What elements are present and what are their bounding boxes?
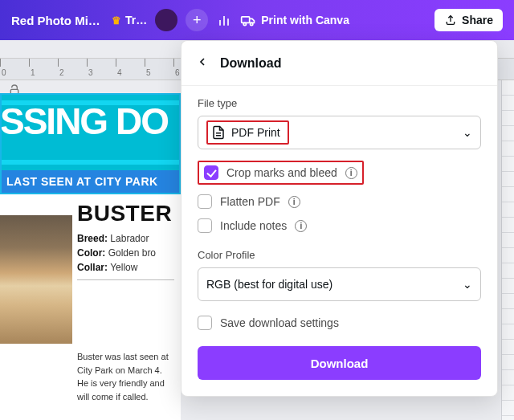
try-pro-label: Tr… — [125, 14, 147, 27]
poster-heading-section: SSING DO — [2, 95, 179, 170]
info-icon[interactable]: i — [295, 220, 307, 232]
include-notes-label: Include notes — [220, 219, 287, 232]
selected-file-type-highlight: PDF Print — [206, 120, 289, 145]
ruler-tick: 4 — [117, 68, 122, 77]
save-settings-checkbox[interactable] — [198, 316, 212, 330]
color-profile-label: Color Profile — [198, 249, 481, 261]
info-icon[interactable]: i — [345, 167, 357, 179]
truck-icon — [240, 12, 256, 28]
download-button[interactable]: Download — [198, 346, 481, 380]
flatten-pdf-checkbox[interactable] — [198, 194, 212, 209]
flatten-pdf-label: Flatten PDF — [220, 195, 280, 208]
file-type-value: PDF Print — [231, 126, 280, 139]
ruler-tick: 3 — [88, 68, 93, 77]
include-notes-option[interactable]: Include notes i — [198, 214, 481, 238]
share-button[interactable]: Share — [434, 9, 503, 31]
svg-point-4 — [243, 22, 246, 25]
add-collaborator-button[interactable]: + — [186, 9, 208, 31]
poster-photo — [0, 215, 72, 344]
info-icon[interactable]: i — [288, 196, 300, 208]
svg-point-5 — [251, 22, 253, 25]
pdf-file-icon — [211, 125, 226, 140]
ruler-tick: 5 — [146, 68, 151, 77]
top-app-bar: Red Photo Mis… ♛ Tr… + Print with Canva … — [0, 0, 514, 40]
document-title[interactable]: Red Photo Mis… — [11, 14, 104, 27]
save-download-settings-option[interactable]: Save download settings — [198, 311, 481, 335]
try-pro-button[interactable]: ♛ Tr… — [112, 14, 147, 27]
ruler-tick: 2 — [59, 68, 64, 77]
crop-marks-option[interactable]: Crop marks and bleed i — [198, 161, 364, 185]
avatar[interactable] — [155, 9, 177, 31]
download-popover: Download File type PDF Print ⌄ Crop mark… — [181, 40, 498, 397]
chevron-down-icon: ⌄ — [463, 278, 472, 291]
save-settings-label: Save download settings — [220, 316, 339, 329]
bar-chart-icon — [216, 12, 232, 28]
color-profile-value: RGB (best for digital use) — [206, 278, 332, 291]
chevron-left-icon — [196, 55, 209, 68]
poster-details: Breed: Labrador Color: Golden bro Collar… — [77, 231, 174, 275]
back-button[interactable] — [196, 54, 209, 72]
plus-icon: + — [193, 12, 202, 29]
upload-icon — [444, 14, 457, 27]
include-notes-checkbox[interactable] — [198, 218, 212, 233]
file-type-select[interactable]: PDF Print ⌄ — [198, 116, 481, 149]
crown-icon: ♛ — [112, 14, 121, 27]
print-with-canva-button[interactable]: Print with Canva — [240, 12, 349, 28]
share-label: Share — [462, 14, 493, 27]
analytics-button[interactable] — [216, 12, 232, 28]
chevron-down-icon: ⌄ — [463, 126, 472, 139]
ruler-tick: 1 — [31, 68, 35, 77]
svg-rect-3 — [242, 17, 250, 22]
print-label: Print with Canva — [261, 14, 349, 27]
poster-subheading: LAST SEEN AT CITY PARK — [2, 170, 179, 193]
poster-headline: SSING DO — [2, 103, 179, 140]
side-ruler — [501, 80, 514, 420]
crop-marks-label: Crop marks and bleed — [226, 166, 337, 179]
poster-pet-name: BUSTER — [77, 201, 174, 226]
file-type-label: File type — [198, 97, 481, 109]
crop-marks-checkbox[interactable] — [204, 165, 218, 180]
ruler-tick: 0 — [2, 68, 6, 77]
flatten-pdf-option[interactable]: Flatten PDF i — [198, 190, 481, 214]
color-profile-select[interactable]: RGB (best for digital use) ⌄ — [198, 267, 481, 301]
poster-body: BUSTER Breed: Labrador Color: Golden bro… — [0, 194, 181, 344]
poster-description: Buster was last seen at City Park on Mar… — [0, 344, 181, 403]
ruler-tick: 6 — [175, 68, 180, 77]
popover-title: Download — [220, 56, 281, 71]
design-canvas[interactable]: SSING DO LAST SEEN AT CITY PARK BUSTER B… — [0, 93, 181, 420]
